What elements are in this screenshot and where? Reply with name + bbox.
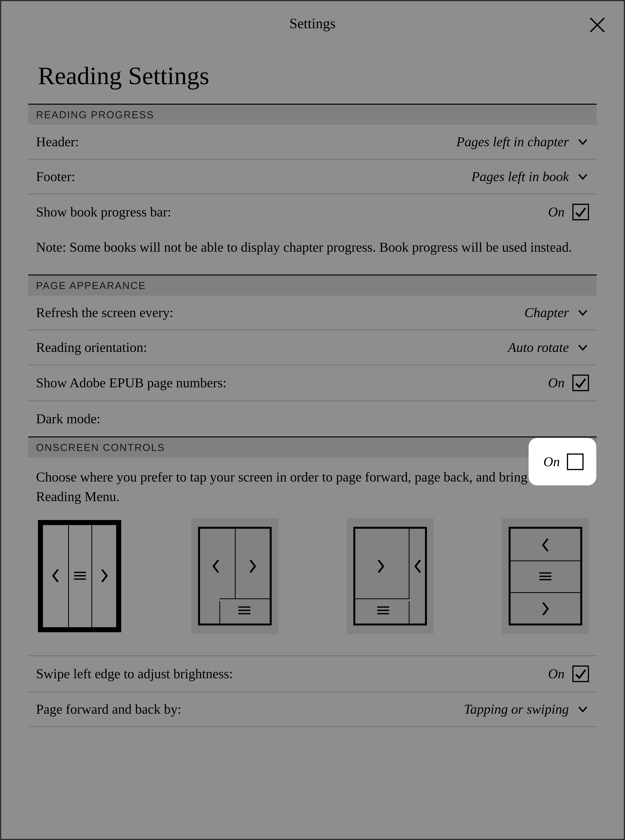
swipe-brightness-checkbox[interactable]: [572, 665, 589, 682]
dark-mode-row[interactable]: Dark mode: On: [28, 401, 597, 436]
chevron-right-icon: [540, 601, 550, 617]
layout-option-1[interactable]: [36, 518, 123, 634]
header-label: Header:: [36, 134, 79, 150]
chevron-right-icon: [99, 568, 110, 584]
progress-bar-label: Show book progress bar:: [36, 204, 171, 220]
layout-option-2[interactable]: [191, 518, 278, 634]
checkmark-icon: [574, 667, 588, 680]
footer-label: Footer:: [36, 169, 75, 184]
paging-label: Page forward and back by:: [36, 702, 181, 717]
modal-title: Settings: [289, 15, 336, 32]
menu-icon: [538, 572, 553, 582]
checkmark-icon: [574, 376, 588, 390]
adobe-label: Show Adobe EPUB page numbers:: [36, 375, 227, 391]
swipe-brightness-value: On: [548, 666, 564, 682]
chevron-right-icon: [376, 559, 386, 575]
progress-bar-value: On: [548, 204, 564, 220]
footer-value: Pages left in book: [471, 169, 569, 184]
page-title: Reading Settings: [28, 46, 597, 104]
dark-mode-label: Dark mode:: [36, 411, 100, 426]
controls-description: Choose where you prefer to tap your scre…: [28, 457, 597, 518]
dark-mode-highlight: On: [529, 438, 596, 485]
adobe-row[interactable]: Show Adobe EPUB page numbers: On: [28, 365, 597, 401]
refresh-row[interactable]: Refresh the screen every: Chapter: [28, 296, 597, 330]
dark-mode-checkbox[interactable]: [567, 454, 583, 470]
swipe-brightness-label: Swipe left edge to adjust brightness:: [36, 666, 233, 682]
section-heading-controls: ONSCREEN CONTROLS: [28, 436, 597, 457]
header-value: Pages left in chapter: [456, 134, 569, 150]
adobe-checkbox[interactable]: [572, 375, 589, 391]
chevron-down-icon: [577, 341, 589, 353]
layout-options: [28, 518, 597, 656]
progress-bar-checkbox[interactable]: [572, 204, 589, 220]
section-heading-progress: READING PROGRESS: [28, 104, 597, 125]
menu-icon: [376, 606, 391, 616]
chevron-down-icon: [577, 136, 589, 148]
layout-option-3[interactable]: [347, 518, 434, 634]
chevron-left-icon: [413, 559, 423, 575]
close-button[interactable]: [587, 14, 608, 36]
orientation-label: Reading orientation:: [36, 340, 147, 355]
menu-icon: [237, 606, 252, 616]
chevron-down-icon: [577, 703, 589, 715]
header-row[interactable]: Header: Pages left in chapter: [28, 125, 597, 160]
chevron-down-icon: [577, 170, 589, 183]
adobe-value: On: [548, 375, 564, 391]
chevron-left-icon: [540, 538, 550, 553]
chevron-down-icon: [577, 307, 589, 319]
dark-mode-value: On: [543, 454, 560, 470]
progress-bar-row[interactable]: Show book progress bar: On: [28, 194, 597, 229]
layout-option-4[interactable]: [502, 518, 589, 634]
orientation-value: Auto rotate: [508, 340, 569, 355]
chevron-right-icon: [247, 559, 258, 575]
refresh-label: Refresh the screen every:: [36, 305, 173, 320]
paging-row[interactable]: Page forward and back by: Tapping or swi…: [28, 692, 597, 727]
swipe-brightness-row[interactable]: Swipe left edge to adjust brightness: On: [28, 656, 597, 692]
progress-note: Note: Some books will not be able to dis…: [28, 229, 597, 274]
footer-row[interactable]: Footer: Pages left in book: [28, 160, 597, 194]
orientation-row[interactable]: Reading orientation: Auto rotate: [28, 330, 597, 365]
paging-value: Tapping or swiping: [464, 702, 569, 717]
refresh-value: Chapter: [524, 305, 569, 320]
modal-header: Settings: [1, 1, 624, 46]
chevron-left-icon: [50, 568, 61, 584]
section-heading-appearance: PAGE APPEARANCE: [28, 274, 597, 296]
checkmark-icon: [574, 205, 588, 219]
chevron-left-icon: [211, 559, 221, 575]
close-icon: [589, 16, 606, 34]
menu-icon: [72, 571, 87, 581]
